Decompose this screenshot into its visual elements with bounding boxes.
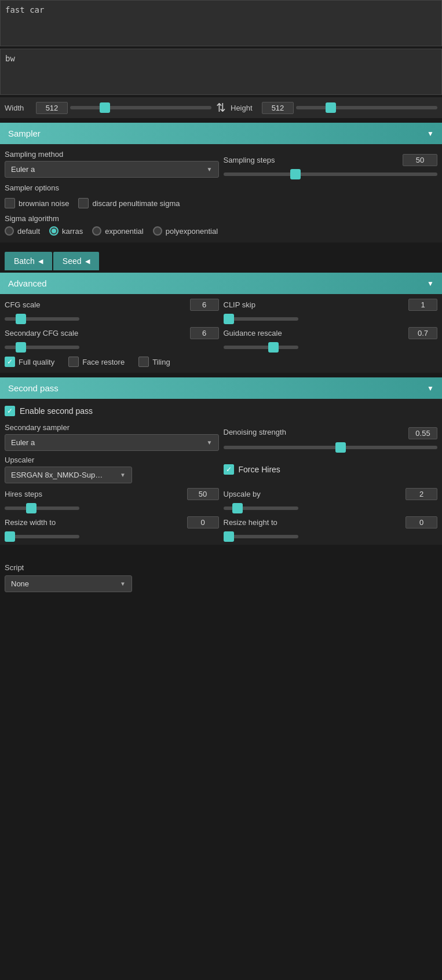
resize-width-slider[interactable]: [5, 535, 79, 538]
upscale-by-slider[interactable]: [224, 506, 298, 510]
sampler-options-label: Sampler options: [0, 181, 442, 194]
secondary-cfg-slider[interactable]: [5, 346, 79, 349]
discard-sigma-checkbox[interactable]: [78, 198, 89, 208]
sigma-polyexponential-radio[interactable]: [153, 226, 162, 236]
resize-height-slider[interactable]: [224, 535, 298, 538]
cfg-scale-input[interactable]: 6: [190, 299, 219, 311]
discard-sigma-checkbox-label[interactable]: discard penultimate sigma: [78, 198, 180, 208]
sigma-default-label[interactable]: default: [5, 226, 40, 236]
brownian-noise-checkbox[interactable]: [5, 198, 15, 208]
sigma-polyexponential-text: polyexponential: [166, 227, 218, 236]
secondary-cfg-field: Secondary CFG scale 6: [5, 327, 219, 351]
face-restore-checkbox[interactable]: [68, 357, 79, 367]
denoising-strength-input[interactable]: 0.55: [408, 427, 437, 439]
secondary-cfg-label: Secondary CFG scale: [5, 329, 80, 337]
advanced-content: CFG scale 6 CLIP skip 1 Secondary CFG sc…: [0, 294, 442, 373]
enable-second-pass-checkbox[interactable]: [5, 406, 15, 416]
width-input[interactable]: 512: [36, 102, 68, 114]
secondary-cfg-input[interactable]: 6: [190, 327, 219, 339]
positive-prompt-section: fast car: [0, 0, 442, 46]
resize-height-field: Resize height to 0: [224, 516, 438, 540]
sigma-exponential-label[interactable]: exponential: [92, 226, 144, 236]
cfg-scale-field: CFG scale 6: [5, 299, 219, 322]
seed-tab[interactable]: Seed ◀: [53, 252, 99, 270]
height-slider[interactable]: [296, 106, 437, 109]
sigma-exponential-radio[interactable]: [92, 226, 101, 236]
secondary-sampler-field: Secondary sampler Euler a ▼: [5, 423, 219, 451]
batch-tab-arrow-icon: ◀: [38, 258, 43, 265]
second-pass-section: Second pass ▼ Enable second pass Seconda…: [0, 377, 442, 545]
script-value: None: [11, 579, 29, 588]
upscale-by-input[interactable]: 2: [406, 488, 437, 500]
upscaler-arrow-icon: ▼: [120, 472, 126, 478]
sampler-options-row: brownian noise discard penultimate sigma: [0, 194, 442, 212]
sigma-karras-label[interactable]: karras: [49, 226, 83, 236]
sigma-polyexponential-label[interactable]: polyexponential: [153, 226, 218, 236]
tiling-checkbox[interactable]: [138, 357, 149, 367]
second-pass-content: Enable second pass Secondary sampler Eul…: [0, 399, 442, 545]
sampling-steps-label: Sampling steps: [224, 156, 275, 164]
height-input[interactable]: 512: [262, 102, 294, 114]
sampler-header-label: Sampler: [8, 129, 41, 138]
sigma-karras-radio[interactable]: [49, 226, 59, 236]
secondary-sampler-label: Secondary sampler: [5, 423, 219, 432]
brownian-noise-checkbox-label[interactable]: brownian noise: [5, 198, 69, 208]
advanced-header[interactable]: Advanced ▼: [0, 273, 442, 294]
resize-width-label: Resize width to: [5, 518, 63, 527]
sampling-method-select[interactable]: Euler a ▼: [5, 161, 219, 178]
sigma-algorithm-label: Sigma algorithm: [0, 212, 442, 224]
hires-steps-input[interactable]: 50: [187, 488, 219, 500]
sigma-default-radio[interactable]: [5, 226, 14, 236]
sampling-steps-input[interactable]: 50: [403, 154, 437, 166]
resize-height-input[interactable]: 0: [406, 516, 437, 528]
denoising-strength-slider[interactable]: [224, 446, 438, 449]
upscaler-field: Upscaler ESRGAN 8x_NMKD-Superscale ▼: [5, 456, 219, 483]
second-pass-chevron-icon: ▼: [427, 384, 434, 392]
face-restore-checkbox-label[interactable]: Face restore: [68, 357, 125, 367]
full-quality-checkbox-label[interactable]: Full quality: [5, 357, 54, 367]
tiling-checkbox-label[interactable]: Tiling: [138, 357, 170, 367]
batch-tab-label: Batch: [14, 256, 35, 266]
face-restore-label: Face restore: [82, 358, 125, 366]
sigma-default-text: default: [17, 227, 40, 236]
enable-second-pass-row: Enable second pass: [0, 401, 442, 421]
batch-tab[interactable]: Batch ◀: [5, 252, 52, 270]
denoising-strength-label: Denoising strength: [224, 428, 286, 436]
guidance-rescale-slider[interactable]: [224, 346, 298, 349]
hires-steps-field: Hires steps 50: [5, 488, 219, 512]
full-quality-checkbox[interactable]: [5, 357, 15, 367]
script-select[interactable]: None ▼: [5, 575, 132, 592]
second-pass-header[interactable]: Second pass ▼: [0, 377, 442, 399]
seed-tab-label: Seed: [63, 256, 82, 266]
sigma-karras-text: karras: [62, 227, 83, 236]
upscale-by-label: Upscale by: [224, 490, 282, 498]
brownian-noise-label: brownian noise: [19, 199, 69, 208]
swap-dimensions-button[interactable]: ⇅: [214, 101, 228, 115]
secondary-sampler-value: Euler a: [11, 438, 35, 447]
upscaler-select[interactable]: ESRGAN 8x_NMKD-Superscale ▼: [5, 467, 132, 483]
guidance-rescale-label: Guidance rescale: [224, 329, 299, 337]
force-hires-checkbox[interactable]: [224, 464, 234, 475]
force-hires-label: Force Hires: [239, 465, 280, 474]
cfg-scale-label: CFG scale: [5, 300, 80, 309]
resize-width-input[interactable]: 0: [187, 516, 219, 528]
clip-skip-label: CLIP skip: [224, 300, 299, 309]
guidance-rescale-input[interactable]: 0.7: [408, 327, 437, 339]
hires-steps-slider[interactable]: [5, 506, 79, 510]
positive-prompt-input[interactable]: fast car: [0, 0, 442, 46]
sampling-method-label: Sampling method: [5, 150, 219, 159]
width-slider[interactable]: [70, 106, 211, 109]
clip-skip-input[interactable]: 1: [408, 299, 437, 311]
denoising-strength-field: Denoising strength 0.55: [224, 427, 438, 451]
sampling-steps-slider[interactable]: [224, 172, 438, 176]
negative-prompt-input[interactable]: bw: [0, 49, 442, 95]
secondary-sampler-select[interactable]: Euler a ▼: [5, 434, 219, 451]
clip-skip-slider[interactable]: [224, 317, 298, 321]
discard-sigma-label: discard penultimate sigma: [92, 199, 180, 208]
script-arrow-icon: ▼: [120, 581, 126, 587]
sampler-header[interactable]: Sampler ▼: [0, 123, 442, 144]
tiling-label: Tiling: [152, 358, 170, 366]
cfg-scale-slider[interactable]: [5, 317, 79, 321]
sampling-steps-field: Sampling steps 50: [224, 154, 438, 178]
script-section: Script None ▼: [0, 559, 442, 597]
